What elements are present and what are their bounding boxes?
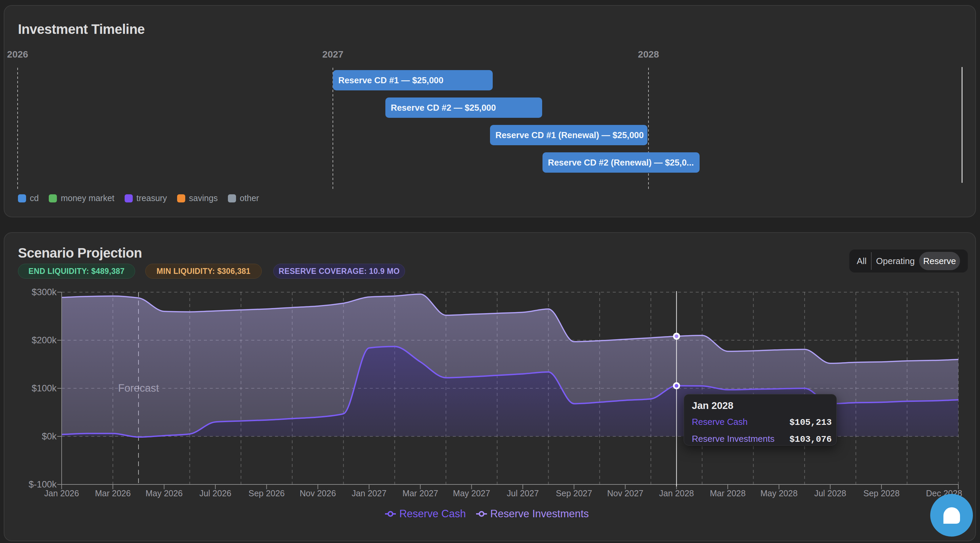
svg-text:Jan 2028: Jan 2028 <box>659 489 694 498</box>
svg-text:Mar 2028: Mar 2028 <box>710 489 746 498</box>
svg-text:$-100k: $-100k <box>29 479 57 489</box>
svg-text:Mar 2026: Mar 2026 <box>95 489 131 498</box>
svg-text:2028: 2028 <box>638 49 659 60</box>
svg-text:Reserve CD #2 — $25,000: Reserve CD #2 — $25,000 <box>391 103 496 113</box>
svg-text:Jan 2026: Jan 2026 <box>45 489 79 498</box>
svg-text:Jan 2027: Jan 2027 <box>352 489 387 498</box>
svg-text:Mar 2027: Mar 2027 <box>402 489 438 498</box>
svg-text:$200k: $200k <box>32 335 57 345</box>
svg-text:Sep 2028: Sep 2028 <box>864 489 900 498</box>
svg-text:$100k: $100k <box>32 383 57 393</box>
svg-text:$0k: $0k <box>41 431 57 441</box>
svg-text:Nov 2026: Nov 2026 <box>300 489 336 498</box>
svg-text:Jul 2027: Jul 2027 <box>507 489 539 498</box>
svg-text:Nov 2027: Nov 2027 <box>607 489 643 498</box>
svg-text:May 2027: May 2027 <box>453 489 490 498</box>
svg-text:Reserve CD #1 (Renewal) — $25,: Reserve CD #1 (Renewal) — $25,000 <box>495 130 644 140</box>
svg-text:Reserve CD #2 (Renewal) — $25,: Reserve CD #2 (Renewal) — $25,0... <box>548 158 694 167</box>
svg-text:May 2026: May 2026 <box>146 489 183 498</box>
svg-text:Sep 2026: Sep 2026 <box>248 489 285 498</box>
svg-text:Sep 2027: Sep 2027 <box>556 489 592 498</box>
svg-text:$300k: $300k <box>32 287 57 297</box>
svg-text:Jul 2026: Jul 2026 <box>199 489 232 498</box>
svg-text:Reserve CD #1 — $25,000: Reserve CD #1 — $25,000 <box>338 76 443 85</box>
svg-text:Jul 2028: Jul 2028 <box>814 489 846 498</box>
svg-text:May 2028: May 2028 <box>760 489 798 498</box>
svg-text:2026: 2026 <box>7 49 28 60</box>
svg-text:2027: 2027 <box>322 49 344 60</box>
